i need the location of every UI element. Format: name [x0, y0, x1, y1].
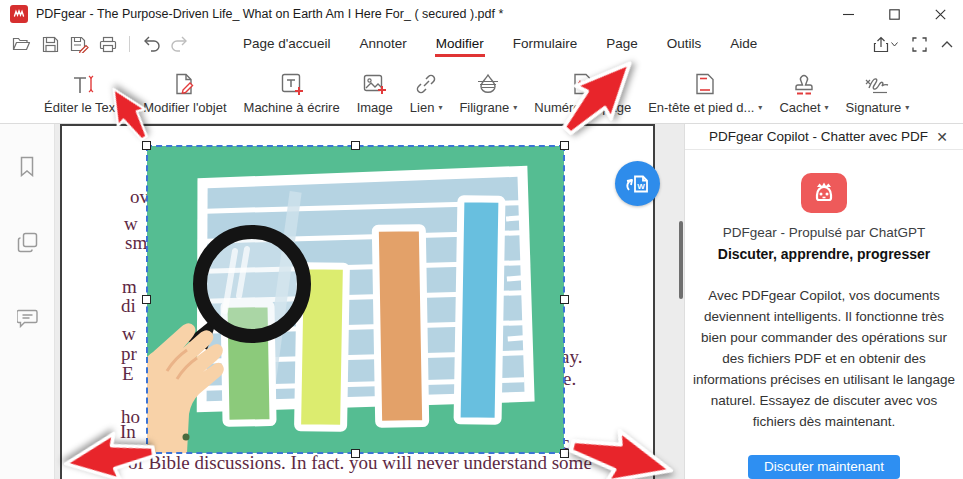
stamp-button[interactable]: Cachet▾: [779, 70, 828, 115]
pdf-text-fragment: w: [122, 323, 136, 345]
page-number-button[interactable]: Numéro de page: [534, 70, 631, 115]
selection-handle-w[interactable]: [142, 295, 151, 304]
signature-button[interactable]: Signature▾: [846, 70, 910, 115]
minimize-button[interactable]: [825, 0, 871, 28]
pdf-text-fragment: di: [121, 295, 136, 317]
copilot-description: Avec PDFgear Copilot, vos documents devi…: [690, 285, 958, 432]
bookmark-icon[interactable]: [15, 154, 39, 178]
header-footer-button[interactable]: En-tête et pied d...▾: [648, 70, 762, 115]
chevron-down-icon: ▾: [825, 103, 829, 112]
tab-modifier[interactable]: Modifier: [435, 31, 485, 57]
tab-page[interactable]: Page: [605, 31, 639, 57]
comment-icon[interactable]: [15, 306, 39, 330]
watermark-button[interactable]: Filigrane▾: [459, 70, 517, 115]
pdf-text-fragment: sm: [125, 232, 147, 254]
title-bar: PDFgear - The Purpose-Driven Life_ What …: [0, 0, 963, 28]
pages-icon[interactable]: [15, 230, 39, 254]
stamp-label: Cachet: [779, 100, 820, 115]
copilot-tagline: Discuter, apprendre, progresser: [685, 246, 963, 262]
stamp-icon: [792, 70, 816, 96]
undo-icon[interactable]: [141, 33, 161, 55]
edit-text-icon: [72, 70, 98, 96]
selected-image-bar-chart-illustration[interactable]: [147, 146, 564, 453]
chat-now-button[interactable]: Discuter maintenant: [748, 455, 900, 479]
image-label: Image: [357, 100, 393, 115]
ribbon-tabs: Page d'accueil Annoter Modifier Formulai…: [242, 31, 758, 57]
fullscreen-icon[interactable]: [912, 37, 927, 52]
pdf-page[interactable]: ov w sm m di w pr E ho In ay. e. c of Bi…: [60, 124, 655, 479]
redo-icon[interactable]: [170, 33, 190, 55]
image-icon: [362, 70, 387, 96]
page-number-label: Numéro de page: [534, 100, 631, 115]
share-icon[interactable]: [873, 36, 898, 53]
close-icon[interactable]: ✕: [931, 126, 953, 148]
svg-text:W: W: [637, 182, 645, 191]
menu-bar: Page d'accueil Annoter Modifier Formulai…: [0, 28, 963, 60]
document-area[interactable]: ov w sm m di w pr E ho In ay. e. c of Bi…: [55, 124, 684, 479]
tab-outils[interactable]: Outils: [666, 31, 703, 57]
tab-annoter[interactable]: Annoter: [358, 31, 407, 57]
save-as-icon[interactable]: [70, 33, 90, 55]
maximize-button[interactable]: [871, 0, 917, 28]
tab-formulaire[interactable]: Formulaire: [512, 31, 579, 57]
chevron-down-icon: ▾: [905, 103, 909, 112]
chevron-down-icon: ▾: [438, 103, 442, 112]
pdfgear-window: PDFgear - The Purpose-Driven Life_ What …: [0, 0, 963, 479]
edit-object-icon: [173, 70, 197, 96]
edit-text-label: Éditer le Texte: [44, 100, 126, 115]
vertical-scrollbar[interactable]: [679, 221, 683, 299]
selection-handle-ne[interactable]: [560, 141, 569, 150]
convert-to-word-button[interactable]: W: [615, 161, 660, 206]
tab-page-daccueil[interactable]: Page d'accueil: [242, 31, 331, 57]
link-button[interactable]: Lien▾: [410, 70, 443, 115]
header-footer-label: En-tête et pied d...: [648, 100, 754, 115]
copilot-subtitle: PDFgear - Propulsé par ChatGPT: [685, 225, 963, 240]
chevron-down-icon: ▾: [758, 103, 762, 112]
selection-handle-n[interactable]: [351, 141, 360, 150]
signature-icon: [863, 70, 891, 96]
watermark-label: Filigrane: [459, 100, 509, 115]
collapse-ribbon-icon[interactable]: [941, 41, 953, 48]
open-icon[interactable]: [12, 33, 32, 55]
copilot-title: PDFgear Copilot - Chatter avec PDF: [709, 129, 928, 144]
selection-handle-s[interactable]: [351, 449, 360, 458]
pdf-text-fragment: ay.: [561, 346, 582, 368]
edit-object-button[interactable]: Modifier l'objet: [143, 70, 226, 115]
window-title: PDFgear - The Purpose-Driven Life_ What …: [36, 7, 503, 21]
pdf-text-fragment: e.: [563, 368, 576, 390]
signature-label: Signature: [846, 100, 902, 115]
typewriter-button[interactable]: Machine à écrire: [244, 70, 340, 115]
pdf-text-fragment: E: [122, 363, 134, 385]
edit-object-label: Modifier l'objet: [143, 100, 226, 115]
link-label: Lien: [410, 100, 435, 115]
tab-aide[interactable]: Aide: [729, 31, 758, 57]
edit-ribbon: Éditer le Texte Modifier l'objet Machine…: [0, 60, 963, 124]
watermark-icon: [476, 70, 500, 96]
selection-handle-e[interactable]: [560, 295, 569, 304]
pdf-text-fragment: pr: [121, 343, 137, 365]
typewriter-label: Machine à écrire: [244, 100, 340, 115]
chevron-down-icon: ▾: [513, 103, 517, 112]
close-button[interactable]: [917, 0, 963, 28]
toolbar-separator: [129, 36, 130, 52]
copilot-header: PDFgear Copilot - Chatter avec PDF ✕: [685, 124, 963, 150]
selection-handle-sw[interactable]: [142, 449, 151, 458]
header-footer-icon: [694, 70, 716, 96]
pdfgear-logo-icon: [10, 5, 28, 23]
insert-image-button[interactable]: Image: [357, 70, 393, 115]
typewriter-icon: [280, 70, 304, 96]
save-icon[interactable]: [41, 33, 61, 55]
left-sidebar: [0, 124, 55, 479]
copilot-robot-icon: [801, 173, 847, 213]
selection-handle-se[interactable]: [560, 449, 569, 458]
edit-text-button[interactable]: Éditer le Texte: [44, 70, 126, 115]
quick-access-toolbar: [12, 33, 190, 55]
selection-handle-nw[interactable]: [142, 141, 151, 150]
word-convert-icon: W: [625, 172, 651, 196]
print-icon[interactable]: [98, 33, 118, 55]
pdf-text-fragment: In: [120, 421, 136, 443]
copilot-panel: PDFgear Copilot - Chatter avec PDF ✕ PDF…: [684, 124, 963, 479]
page-number-icon: [572, 70, 594, 96]
link-icon: [414, 70, 438, 96]
